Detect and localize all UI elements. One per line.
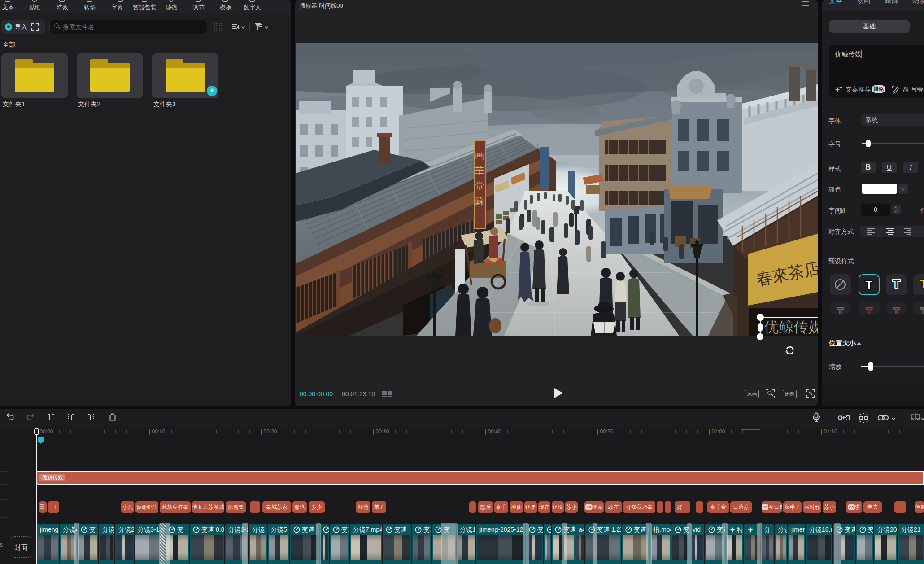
svg-text:画: 画 [475, 150, 484, 161]
svg-text:堂: 堂 [475, 181, 484, 191]
svg-text:优鲸传媒: 优鲸传媒 [764, 319, 818, 335]
svg-text:蘇: 蘇 [475, 196, 484, 206]
svg-text:華: 華 [475, 166, 484, 176]
